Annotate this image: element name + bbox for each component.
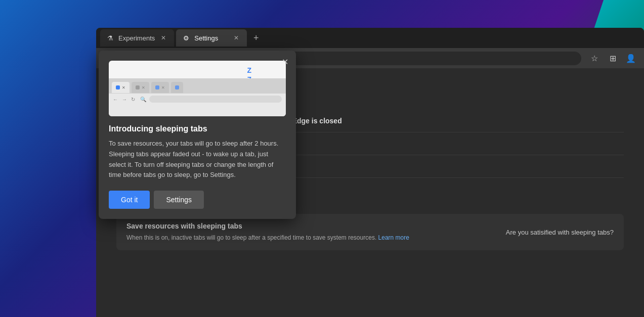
tab-bar: ⚗ Experiments ✕ ⚙ Settings ✕ + xyxy=(96,28,644,48)
save-resources-card: Save resources with sleeping tabs When t… xyxy=(116,214,624,250)
learn-more-link[interactable]: Learn more xyxy=(378,234,409,241)
card-title: Save resources with sleeping tabs xyxy=(126,222,486,230)
sleeping-tabs-popup: ✕ ZZZ ✕ ✕ ✕ xyxy=(99,51,296,219)
mock-browser: ✕ ✕ ✕ ← → ↻ 🔍 xyxy=(109,78,286,116)
card-left: Save resources with sleeping tabs When t… xyxy=(126,222,486,242)
sleep-illustration: ZZZ ✕ ✕ ✕ ← xyxy=(109,61,286,116)
mock-tab-faded-2: ✕ xyxy=(151,82,169,93)
mock-refresh-icon: ↻ xyxy=(131,97,136,102)
card-description: When this is on, inactive tabs will go t… xyxy=(126,233,486,242)
mock-tab-bar: ✕ ✕ ✕ xyxy=(109,78,286,94)
favorites-icon[interactable]: ☆ xyxy=(587,51,602,65)
tab-settings-close[interactable]: ✕ xyxy=(232,33,241,42)
mock-tab-x-2: ✕ xyxy=(142,85,145,90)
popup-actions: Got it Settings xyxy=(109,191,286,209)
mock-search-bar xyxy=(149,96,282,103)
mock-forward-icon: → xyxy=(122,97,127,102)
tab-experiments[interactable]: ⚗ Experiments ✕ xyxy=(100,29,174,47)
tab-settings[interactable]: ⚙ Settings ✕ xyxy=(176,29,247,47)
got-it-button[interactable]: Got it xyxy=(109,191,150,209)
mock-tab-x-1: ✕ xyxy=(122,85,125,90)
mock-tab-dot-1 xyxy=(116,85,120,89)
mock-tab-x-3: ✕ xyxy=(161,85,165,90)
mock-back-icon: ← xyxy=(113,97,118,102)
tab-experiments-close[interactable]: ✕ xyxy=(159,33,168,42)
gear-icon: ⚙ xyxy=(182,34,190,42)
mock-search-icon: 🔍 xyxy=(140,97,145,102)
mock-tab-faded-3 xyxy=(171,82,183,93)
popup-body: To save resources, your tabs will go to … xyxy=(109,139,286,180)
settings-button[interactable]: Settings xyxy=(154,191,204,209)
mock-tab-dot-4 xyxy=(175,85,179,89)
collections-icon[interactable]: ⊞ xyxy=(606,51,620,65)
toolbar-icons: ☆ ⊞ 👤 xyxy=(587,51,638,65)
mock-tab-faded-1: ✕ xyxy=(132,82,149,93)
tab-settings-label: Settings xyxy=(194,34,218,42)
tab-experiments-label: Experiments xyxy=(118,34,155,42)
mock-nav-bar: ← → ↻ 🔍 xyxy=(109,94,286,105)
card-feedback: Are you satisified with sleeping tabs? xyxy=(506,222,614,242)
mock-tab-active: ✕ xyxy=(112,82,130,93)
popup-title: Introducing sleeping tabs xyxy=(109,124,286,133)
new-tab-button[interactable]: + xyxy=(249,31,263,45)
card-desc-text: When this is on, inactive tabs will go t… xyxy=(126,234,378,241)
profile-icon[interactable]: 👤 xyxy=(624,51,638,65)
mock-tab-dot-2 xyxy=(136,85,140,89)
flask-icon: ⚗ xyxy=(106,34,114,42)
mock-tab-dot-3 xyxy=(155,85,159,89)
